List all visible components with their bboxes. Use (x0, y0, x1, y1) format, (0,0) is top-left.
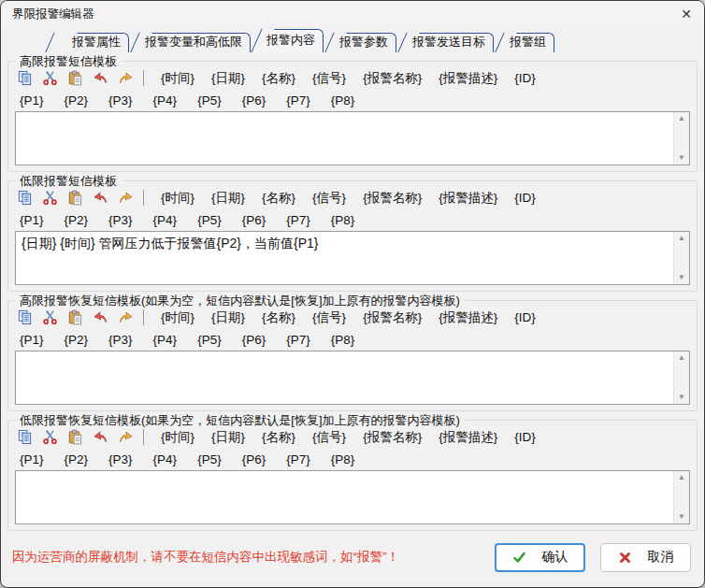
token-button[interactable]: {日期} (203, 309, 253, 326)
token-button[interactable]: {P1} (9, 333, 54, 347)
scrollbar[interactable]: ▲ ▼ (673, 232, 689, 284)
tab-alarm-properties[interactable]: 报警属性 (65, 33, 129, 52)
token-button[interactable]: {时间} (152, 429, 203, 446)
scroll-down-icon[interactable]: ▼ (678, 513, 685, 521)
cancel-button[interactable]: 取消 (600, 543, 691, 572)
token-button[interactable]: {P4} (143, 93, 188, 108)
close-icon[interactable]: ✕ (669, 2, 704, 26)
undo-icon[interactable] (91, 189, 109, 208)
token-button[interactable]: {报警名称} (354, 309, 430, 326)
token-button[interactable]: {报警名称} (354, 190, 430, 207)
token-button[interactable]: {信号} (304, 70, 354, 87)
token-button[interactable]: {报警描述} (430, 190, 506, 207)
redo-icon[interactable] (116, 308, 135, 327)
token-button[interactable]: {P1} (9, 213, 54, 227)
token-button[interactable]: {P7} (276, 452, 321, 466)
token-button[interactable]: {P1} (9, 93, 54, 108)
undo-icon[interactable] (91, 428, 109, 447)
copy-icon[interactable] (15, 308, 34, 327)
copy-icon[interactable] (15, 189, 34, 208)
token-button[interactable]: {P3} (98, 452, 143, 466)
token-button[interactable]: {P4} (143, 452, 188, 466)
token-button[interactable]: {P6} (232, 452, 277, 466)
cut-icon[interactable] (40, 189, 59, 208)
token-button[interactable]: {P2} (54, 93, 99, 108)
tab-alarm-group[interactable]: 报警组 (505, 33, 554, 52)
scrollbar[interactable]: ▲ ▼ (673, 471, 689, 523)
token-button[interactable]: {信号} (304, 429, 354, 446)
undo-icon[interactable] (91, 308, 109, 327)
token-button[interactable]: {P7} (276, 333, 321, 347)
token-button[interactable]: {ID} (506, 191, 544, 205)
token-button[interactable]: {P5} (187, 452, 232, 466)
token-button[interactable]: {P6} (232, 93, 277, 108)
redo-icon[interactable] (116, 428, 135, 447)
token-button[interactable]: {P7} (276, 93, 321, 108)
token-button[interactable]: {P2} (54, 452, 99, 466)
token-button[interactable]: {信号} (304, 309, 354, 326)
cut-icon[interactable] (40, 428, 59, 447)
scroll-down-icon[interactable]: ▼ (678, 154, 685, 162)
token-button[interactable]: {P3} (98, 213, 143, 227)
token-button[interactable]: {名称} (253, 429, 304, 446)
token-button[interactable]: {P7} (276, 213, 321, 227)
token-button[interactable]: {P6} (232, 213, 277, 227)
titlebar[interactable]: 界限报警编辑器 ✕ (1, 1, 704, 27)
token-button[interactable]: {时间} (152, 309, 203, 326)
scroll-up-icon[interactable]: ▲ (678, 474, 685, 481)
cut-icon[interactable] (40, 308, 59, 327)
tab-alarm-content[interactable]: 报警内容 (262, 29, 324, 52)
token-button[interactable]: {时间} (152, 70, 203, 87)
redo-icon[interactable] (116, 189, 135, 208)
token-button[interactable]: {P3} (98, 333, 143, 347)
paste-icon[interactable] (65, 189, 84, 208)
copy-icon[interactable] (15, 428, 34, 447)
low-limit-recovery-template-input[interactable] (16, 471, 673, 523)
token-button[interactable]: {P2} (54, 333, 99, 347)
token-button[interactable]: {ID} (506, 430, 544, 444)
token-button[interactable]: {P5} (187, 93, 232, 108)
token-button[interactable]: {日期} (203, 70, 253, 87)
token-button[interactable]: {P6} (232, 333, 277, 347)
scroll-up-icon[interactable]: ▲ (678, 354, 685, 362)
cut-icon[interactable] (40, 69, 59, 88)
paste-icon[interactable] (65, 69, 84, 88)
token-button[interactable]: {名称} (253, 70, 304, 87)
high-limit-sms-template-input[interactable] (16, 112, 673, 165)
token-button[interactable]: {P4} (143, 213, 188, 227)
scroll-down-icon[interactable]: ▼ (678, 394, 685, 401)
token-button[interactable]: {信号} (304, 190, 354, 207)
copy-icon[interactable] (15, 69, 34, 88)
token-button[interactable]: {时间} (152, 190, 203, 207)
undo-icon[interactable] (91, 69, 109, 88)
token-button[interactable]: {ID} (506, 310, 544, 324)
token-button[interactable]: {P4} (143, 333, 188, 347)
high-limit-recovery-template-input[interactable] (16, 351, 673, 404)
token-button[interactable]: {P2} (54, 213, 99, 227)
tab-alarm-send-targets[interactable]: 报警发送目标 (408, 33, 494, 52)
scroll-down-icon[interactable]: ▼ (678, 274, 685, 281)
redo-icon[interactable] (116, 69, 135, 88)
token-button[interactable]: {P8} (321, 213, 366, 227)
token-button[interactable]: {名称} (253, 309, 304, 326)
scrollbar[interactable]: ▲ ▼ (673, 112, 689, 165)
token-button[interactable]: {P8} (321, 333, 366, 347)
token-button[interactable]: {报警名称} (354, 429, 430, 446)
token-button[interactable]: {日期} (203, 190, 253, 207)
token-button[interactable]: {报警描述} (430, 429, 506, 446)
confirm-button[interactable]: 确认 (495, 543, 585, 572)
scroll-up-icon[interactable]: ▲ (678, 115, 685, 122)
token-button[interactable]: {P8} (321, 452, 366, 466)
paste-icon[interactable] (65, 308, 84, 327)
scroll-up-icon[interactable]: ▲ (678, 235, 685, 242)
token-button[interactable]: {P1} (9, 452, 54, 466)
low-limit-sms-template-input[interactable]: {日期} {时间} 管网压力低于报警值{P2}，当前值{P1} (16, 232, 673, 284)
token-button[interactable]: {名称} (253, 190, 304, 207)
token-button[interactable]: {P5} (187, 213, 232, 227)
token-button[interactable]: {ID} (506, 71, 544, 85)
token-button[interactable]: {P5} (187, 333, 232, 347)
token-button[interactable]: {P3} (98, 93, 143, 108)
token-button[interactable]: {报警名称} (354, 70, 430, 87)
token-button[interactable]: {P8} (321, 93, 366, 108)
scrollbar[interactable]: ▲ ▼ (673, 351, 689, 404)
